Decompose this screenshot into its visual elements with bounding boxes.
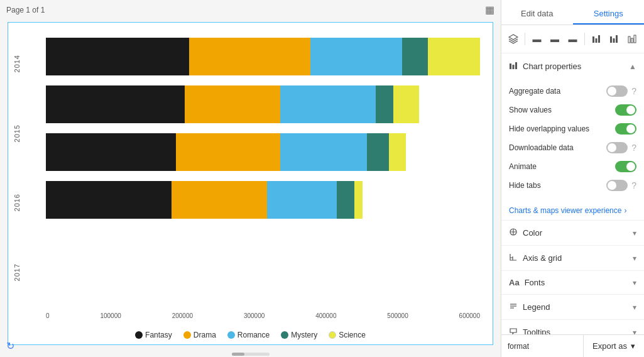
toggle-row-show-values: Show values	[509, 101, 636, 119]
seg-mystery-2016	[367, 133, 389, 171]
seg-drama-2016	[176, 133, 280, 171]
bar-row-2016	[46, 133, 480, 171]
svg-rect-10	[513, 65, 515, 69]
aggregate-label: Aggregate data	[509, 87, 560, 96]
seg-drama-2017	[172, 181, 267, 219]
toolbar-icon-layers[interactable]	[505, 30, 521, 48]
x-tick-100k: 100000	[100, 312, 121, 319]
scrollbar-thumb[interactable]	[232, 353, 244, 356]
chart-properties-label: Chart properties	[523, 62, 581, 71]
x-axis: 0 100000 200000 300000 400000 500000 600…	[46, 312, 480, 319]
toolbar-icon-bar2[interactable]	[606, 30, 622, 48]
toggle-animate[interactable]	[615, 161, 636, 172]
legend-dot-fantasy	[135, 331, 143, 339]
axis-grid-icon	[509, 253, 518, 263]
export-dropdown-icon: ▾	[631, 341, 635, 351]
legend-icon	[509, 302, 518, 312]
svg-rect-3	[610, 36, 612, 43]
legend-item-mystery: Mystery	[281, 331, 317, 339]
viewer-experience-link[interactable]: Charts & maps viewer experience	[509, 206, 621, 215]
legend-item-romance: Romance	[227, 331, 270, 339]
y-axis-labels: 2017 2016 2015 2014	[13, 29, 21, 307]
fonts-label: Fonts	[525, 278, 545, 287]
y-label-2014: 2014	[13, 55, 21, 72]
seg-mystery-2014	[402, 38, 428, 75]
copy-icon[interactable]: ▦	[485, 4, 494, 16]
fonts-chevron: ▾	[633, 278, 636, 287]
seg-drama-2015	[185, 85, 280, 123]
svg-rect-8	[634, 35, 636, 43]
bar-segments-2014	[46, 38, 480, 75]
seg-science-2015	[393, 85, 419, 123]
section-header-chart-properties[interactable]: Chart properties ▲	[501, 53, 644, 79]
hide-tabs-help-icon[interactable]: ?	[631, 180, 636, 190]
show-values-label: Show values	[509, 106, 552, 114]
x-tick-600k: 600000	[459, 312, 480, 319]
svg-rect-4	[613, 38, 615, 43]
legend-label-drama: Drama	[194, 331, 216, 339]
seg-fantasy-2014	[46, 38, 189, 75]
toggle-show-values[interactable]	[615, 104, 636, 116]
refresh-button[interactable]: ↻	[6, 340, 14, 352]
page-number: Page 1 of 1	[6, 6, 45, 14]
toolbar-icon-align-center[interactable]: ▬	[547, 30, 563, 48]
seg-mystery-2015	[376, 85, 393, 123]
y-label-2017: 2017	[13, 263, 21, 281]
svg-rect-7	[631, 38, 633, 43]
color-icon	[509, 228, 518, 238]
seg-romance-2015	[280, 85, 376, 123]
toggle-right-show-values	[615, 104, 636, 116]
aggregate-help-icon[interactable]: ?	[631, 86, 636, 96]
toggle-hide-tabs[interactable]	[606, 180, 628, 191]
section-axis-grid[interactable]: Axis & grid ▾	[501, 246, 644, 271]
bar-row-2014	[46, 38, 480, 75]
right-panel: Edit data Settings ▬ ▬ ▬ Chart	[501, 0, 644, 357]
x-tick-0: 0	[46, 312, 50, 319]
export-bar: format Export as ▾	[501, 334, 644, 357]
section-color[interactable]: Color ▾	[501, 221, 644, 246]
seg-science-2017	[354, 181, 363, 219]
export-as-button[interactable]: Export as ▾	[583, 335, 644, 357]
seg-fantasy-2015	[46, 85, 185, 123]
toggle-row-animate: Animate	[509, 157, 636, 176]
legend-dot-romance	[227, 331, 235, 339]
section-fonts[interactable]: Aa Fonts ▾	[501, 271, 644, 295]
export-btn-label: Export as	[592, 341, 627, 351]
viewer-experience-row[interactable]: Charts & maps viewer experience ›	[501, 201, 644, 220]
seg-science-2014	[428, 38, 480, 75]
toggle-downloadable[interactable]	[606, 142, 628, 153]
seg-fantasy-2016	[46, 133, 176, 171]
legend-label-fantasy: Fantasy	[145, 331, 172, 339]
toggle-hide-overlapping[interactable]	[615, 123, 636, 135]
fonts-icon: Aa	[509, 278, 520, 287]
toolbar-icon-align-left[interactable]: ▬	[528, 30, 545, 48]
animate-label: Animate	[509, 162, 537, 171]
color-chevron: ▾	[633, 229, 636, 238]
section-chart-properties: Chart properties ▲ Aggregate data ? Show…	[501, 53, 644, 221]
hide-overlapping-label: Hide overlapping values	[509, 124, 589, 133]
downloadable-help-icon[interactable]: ?	[631, 143, 636, 153]
scrollbar-track[interactable]	[232, 353, 270, 356]
legend-label-science: Science	[339, 331, 366, 339]
svg-rect-11	[515, 62, 517, 69]
tab-edit-data[interactable]: Edit data	[501, 0, 573, 25]
hide-tabs-label: Hide tabs	[509, 181, 541, 190]
legend-item-fantasy: Fantasy	[135, 331, 172, 339]
tab-bar: Edit data Settings	[501, 0, 644, 25]
legend-label-romance: Romance	[237, 331, 270, 339]
toolbar-icon-align-right[interactable]: ▬	[564, 30, 581, 48]
y-label-2015: 2015	[13, 124, 21, 142]
toolbar-icon-bar3[interactable]	[624, 30, 640, 48]
toggle-row-aggregate: Aggregate data ?	[509, 82, 636, 101]
toggle-row-downloadable: Downloadable data ?	[509, 138, 636, 157]
chart-container: 2017 2016 2015 2014	[8, 22, 493, 345]
tab-settings[interactable]: Settings	[573, 0, 645, 25]
chart-legend: Fantasy Drama Romance Mystery Science	[8, 331, 493, 339]
legend-dot-drama	[183, 331, 191, 339]
section-legend[interactable]: Legend ▾	[501, 295, 644, 320]
toggle-aggregate[interactable]	[606, 85, 628, 97]
color-label: Color	[523, 228, 542, 238]
seg-drama-2014	[189, 38, 310, 75]
icon-toolbar: ▬ ▬ ▬	[501, 25, 644, 53]
toolbar-icon-bar1[interactable]	[588, 30, 604, 48]
